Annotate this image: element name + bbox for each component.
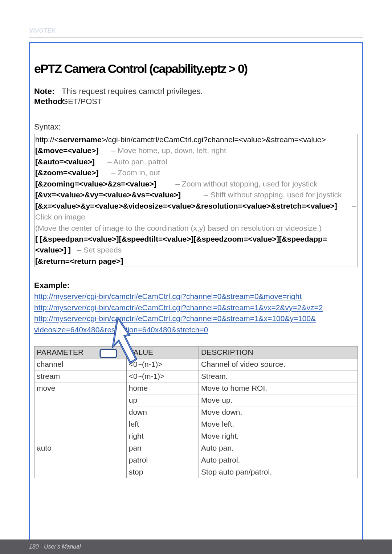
parameter-table: PARAMETER VALUE DESCRIPTION channel <0~(… [34, 346, 358, 478]
syntax-box: http://<servername>/cgi-bin/camctrl/eCam… [34, 134, 358, 267]
speed-desc: – Set speeds [77, 246, 122, 254]
example-link-1[interactable]: http://myserver/cgi-bin/camctrl/eCamCtrl… [34, 291, 358, 302]
table-header-row: PARAMETER VALUE DESCRIPTION [34, 346, 358, 358]
param-cell: auto [34, 442, 127, 478]
syntax-auto-row: [&auto=<value>] – Auto pan, patrol [34, 156, 358, 167]
desc-cell: Move left. [199, 418, 358, 430]
value-cell: stop [126, 466, 199, 478]
syntax-xy-note: (Move the center of image to the coordin… [34, 223, 358, 234]
value-cell: <0~(n-1)> [126, 358, 199, 370]
value-cell: patrol [126, 454, 199, 466]
note-label: Note: [34, 87, 60, 96]
speed-value: value [40, 246, 59, 254]
syntax-url-row: http://<servername>/cgi-bin/camctrl/eCam… [34, 134, 358, 145]
desc-cell: Stop auto pan/patrol. [199, 466, 358, 478]
brand-header: VIVOTEK [0, 25, 392, 37]
col-parameter: PARAMETER [34, 346, 127, 358]
desc-cell: Move to home ROI. [199, 382, 358, 394]
zoom-desc: – Zoom in, out [111, 168, 160, 177]
note-text: This request requires camctrl privileges… [62, 87, 203, 96]
move-desc: – Move home, up, down, left, right [111, 146, 226, 155]
example-link-3a[interactable]: http://myserver/cgi-bin/camctrl/eCamCtrl… [34, 313, 358, 324]
syntax-url-rest: >/cgi-bin/camctrl/eCamCtrl.cgi?channel=<… [102, 135, 326, 144]
syntax-url-server: servername [59, 135, 102, 144]
desc-cell: Move down. [199, 406, 358, 418]
auto-desc: – Auto pan, patrol [107, 157, 167, 166]
value-cell: right [126, 430, 199, 442]
xy-opt: [&x=<value>&y=<value>&videosize=<value>&… [35, 202, 337, 210]
header-rule [29, 37, 363, 38]
col-value: VALUE [126, 346, 199, 358]
top-whitespace [0, 0, 392, 25]
syntax-zooming-row: [&zooming=<value>&zs=<value>] – Zoom wit… [34, 178, 358, 189]
note-line: Note: This request requires camctrl priv… [34, 87, 358, 96]
desc-cell: Move up. [199, 394, 358, 406]
table-row: move home Move to home ROI. [34, 382, 358, 394]
syntax-xy-row: [&x=<value>&y=<value>&videosize=<value>&… [34, 201, 358, 223]
speed-rest: >] ] [59, 246, 71, 254]
example-link-2[interactable]: http://myserver/cgi-bin/camctrl/eCamCtrl… [34, 302, 358, 313]
zoom-opt: [&zoom=<value>] [35, 168, 98, 177]
method-text: GET/POST [62, 97, 102, 106]
syntax-url-prefix: http://< [35, 135, 59, 144]
page-footer: 180 - User's Manual [0, 539, 392, 554]
param-cell: stream [34, 370, 127, 382]
zooming-opt: [&zooming=<value>&zs=<value>] [35, 180, 156, 188]
syntax-label: Syntax: [34, 122, 358, 132]
desc-cell: Channel of video source. [199, 358, 358, 370]
value-cell: up [126, 394, 199, 406]
desc-cell: Auto patrol. [199, 454, 358, 466]
value-cell: left [126, 418, 199, 430]
value-cell: home [126, 382, 199, 394]
syntax-move-row: [&move=<value>] – Move home, up, down, l… [34, 145, 358, 156]
return-opt: [&return=<return page>] [35, 257, 123, 265]
param-cell: channel [34, 358, 127, 370]
value-cell: <0~(m-1)> [126, 370, 199, 382]
value-cell: down [126, 406, 199, 418]
syntax-speed-row: [ [&speedpan=<value>][&speedtilt=<value>… [34, 234, 358, 256]
example-link-3b[interactable]: videosize=640x480&resolution=640x480&str… [34, 324, 358, 335]
method-label: Method: [34, 97, 60, 106]
col-description: DESCRIPTION [199, 346, 358, 358]
content-frame: ePTZ Camera Control (capability.eptz > 0… [29, 42, 363, 549]
table-row: stream <0~(m-1)> Stream. [34, 370, 358, 382]
example-label: Example: [34, 281, 358, 290]
desc-cell: Stream. [199, 370, 358, 382]
vxvyvs-opt: [&vx=<value>&vy=<value>&vs=<value>] [35, 190, 181, 199]
page-root: VIVOTEK ePTZ Camera Control (capability.… [0, 0, 392, 554]
table-row: auto pan Auto pan. [34, 442, 358, 454]
syntax-vxvyvs-row: [&vx=<value>&vy=<value>&vs=<value>] – Sh… [34, 189, 358, 200]
zooming-desc: – Zoom without stopping, used for joysti… [175, 180, 317, 188]
desc-cell: Move right. [199, 430, 358, 442]
value-cell: pan [126, 442, 199, 454]
move-opt: [&move=<value>] [35, 146, 99, 155]
syntax-return-row: [&return=<return page>] [34, 256, 358, 267]
syntax-zoom-row: [&zoom=<value>] – Zoom in, out [34, 167, 358, 178]
vxvyvs-desc: – Shift without stopping, used for joyst… [204, 190, 342, 199]
section-title: ePTZ Camera Control (capability.eptz > 0… [34, 62, 358, 76]
desc-cell: Auto pan. [199, 442, 358, 454]
auto-opt: [&auto=<value>] [35, 157, 95, 166]
table-row: channel <0~(n-1)> Channel of video sourc… [34, 358, 358, 370]
method-line: Method: GET/POST [34, 97, 358, 106]
param-cell: move [34, 382, 127, 442]
